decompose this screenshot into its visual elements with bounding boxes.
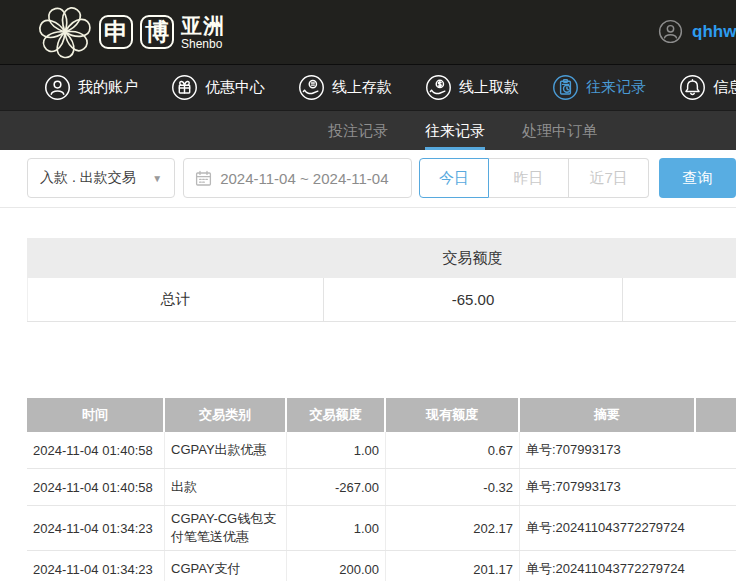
logo-char-bo: 博 (140, 15, 174, 49)
cell-time: 2024-11-04 01:34:23 (27, 551, 165, 581)
col-header-time: 时间 (27, 398, 165, 432)
cell-memo: 单号:707993173 (520, 432, 736, 468)
col-header-amount: 交易额度 (287, 398, 386, 432)
table-row: 2024-11-04 01:34:23 CGPAY-CG钱包支付笔笔送优惠 1.… (27, 506, 736, 551)
summary-total-row: 总计 -65.00 (27, 278, 736, 322)
col-header-filler (696, 398, 736, 432)
nav-label: 往来记录 (586, 78, 646, 97)
user-avatar-icon (658, 19, 683, 44)
cell-amount: 1.00 (287, 432, 386, 468)
date-range-input[interactable]: 2024-11-04 ~ 2024-11-04 (183, 158, 412, 198)
nav-item-messages[interactable]: 信息中心 (679, 74, 736, 101)
col-header-memo: 摘要 (520, 398, 696, 432)
withdraw-icon (425, 74, 452, 101)
summary-total-value: -65.00 (323, 278, 622, 321)
site-logo[interactable]: 申 博 亚洲 Shenbo (38, 5, 225, 59)
logo-subtitle: Shenbo (181, 38, 225, 50)
quick-date-group: 今日 昨日 近7日 (419, 158, 649, 198)
summary-table: 交易额度 总计 -65.00 (27, 238, 736, 322)
cell-time: 2024-11-04 01:40:58 (27, 432, 165, 468)
transaction-table: 时间 交易类别 交易额度 现有额度 摘要 2024-11-04 01:40:58… (27, 398, 736, 581)
logo-region-text: 亚洲 (181, 15, 225, 36)
nav-label: 优惠中心 (205, 78, 265, 97)
nav-label: 我的账户 (78, 78, 138, 97)
col-header-balance: 现有额度 (386, 398, 520, 432)
nav-label: 信息中心 (713, 78, 736, 97)
cell-time: 2024-11-04 01:34:23 (27, 506, 165, 550)
records-icon (552, 74, 579, 101)
nav-item-promotions[interactable]: 优惠中心 (171, 74, 265, 101)
nav-label: 线上存款 (332, 78, 392, 97)
table-row: 2024-11-04 01:34:23 CGPAY支付 200.00 201.1… (27, 551, 736, 581)
nav-label: 线上取款 (459, 78, 519, 97)
gift-icon (171, 74, 198, 101)
tab-transaction-records[interactable]: 往来记录 (425, 111, 485, 150)
tab-pending-orders[interactable]: 处理中订单 (522, 111, 597, 150)
filter-toolbar: 入款 . 出款交易 ▼ 2024-11-04 ~ 2024-11-04 今日 昨… (0, 150, 736, 198)
flower-logo-icon (38, 5, 92, 59)
user-icon (44, 74, 71, 101)
yesterday-button[interactable]: 昨日 (489, 158, 569, 198)
calendar-icon (195, 170, 212, 187)
transaction-type-value: 入款 . 出款交易 (40, 169, 136, 187)
date-range-value: 2024-11-04 ~ 2024-11-04 (220, 170, 388, 187)
cell-amount: 200.00 (287, 551, 386, 581)
summary-row-label: 总计 (27, 278, 323, 321)
bell-icon (679, 74, 706, 101)
cell-amount: 1.00 (287, 506, 386, 550)
top-header: 申 博 亚洲 Shenbo qhhw2 (0, 0, 736, 64)
cell-memo: 单号:202411043772279724 (520, 506, 736, 550)
transaction-type-select[interactable]: 入款 . 出款交易 ▼ (27, 158, 175, 198)
cell-category: CGPAY支付 (165, 551, 287, 581)
cell-balance: 0.67 (386, 432, 520, 468)
cell-category: CGPAY-CG钱包支付笔笔送优惠 (165, 506, 287, 550)
nav-item-withdraw[interactable]: 线上取款 (425, 74, 519, 101)
cell-time: 2024-11-04 01:40:58 (27, 469, 165, 505)
tab-betting-records[interactable]: 投注记录 (328, 111, 388, 150)
cell-balance: -0.32 (386, 469, 520, 505)
cell-balance: 201.17 (386, 551, 520, 581)
record-tabs: 投注记录 往来记录 处理中订单 (0, 110, 736, 150)
table-header-row: 时间 交易类别 交易额度 现有额度 摘要 (27, 398, 736, 432)
last7days-button[interactable]: 近7日 (569, 158, 649, 198)
section-divider (0, 207, 736, 208)
summary-header-row: 交易额度 (27, 238, 736, 278)
cell-balance: 202.17 (386, 506, 520, 550)
cell-category: 出款 (165, 469, 287, 505)
table-row: 2024-11-04 01:40:58 CGPAY出款优惠 1.00 0.67 … (27, 432, 736, 469)
cell-memo: 单号:707993173 (520, 469, 736, 505)
nav-item-records[interactable]: 往来记录 (552, 74, 646, 101)
nav-item-deposit[interactable]: 线上存款 (298, 74, 392, 101)
user-account[interactable]: qhhw2 (658, 19, 736, 44)
today-button[interactable]: 今日 (419, 158, 489, 198)
search-button[interactable]: 查询 (659, 158, 736, 198)
summary-header-label: 交易额度 (323, 249, 622, 268)
chevron-down-icon: ▼ (152, 173, 162, 184)
logo-char-shen: 申 (99, 15, 133, 49)
nav-item-my-account[interactable]: 我的账户 (44, 74, 138, 101)
cell-amount: -267.00 (287, 469, 386, 505)
cell-category: CGPAY出款优惠 (165, 432, 287, 468)
table-row: 2024-11-04 01:40:58 出款 -267.00 -0.32 单号:… (27, 469, 736, 506)
deposit-icon (298, 74, 325, 101)
cell-memo: 单号:202411043772279724 (520, 551, 736, 581)
username[interactable]: qhhw2 (692, 22, 736, 42)
main-navigation: 我的账户 优惠中心 线上存款 线上取款 往来记录 (0, 64, 736, 110)
col-header-category: 交易类别 (165, 398, 287, 432)
